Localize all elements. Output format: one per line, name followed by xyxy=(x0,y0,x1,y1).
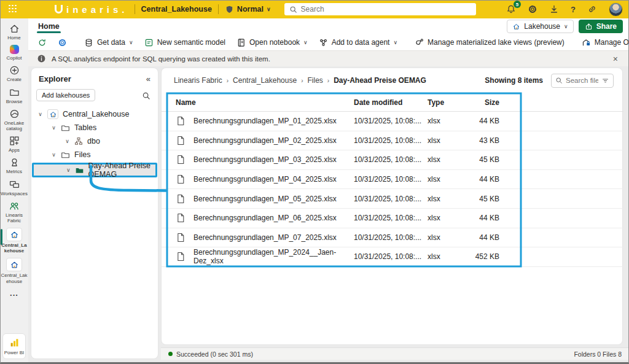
environment-selector[interactable]: Normal ∨ xyxy=(225,5,271,14)
people-icon xyxy=(9,201,20,211)
sidebar-item-browse[interactable]: Browse xyxy=(0,87,28,104)
sidebar-item-onelake-catalog[interactable]: OneLake catalog xyxy=(0,109,28,131)
user-avatar[interactable] xyxy=(609,2,623,17)
get-data-button[interactable]: Get data ∨ xyxy=(80,36,138,49)
manage-lake-views-button[interactable]: Manage materialized lake views (preview) xyxy=(410,36,569,49)
column-header-size[interactable]: Size xyxy=(463,98,499,107)
refresh-button[interactable] xyxy=(33,36,51,49)
file-type: xlsx xyxy=(428,214,463,222)
sidebar-item-copilot[interactable]: Copilot xyxy=(0,45,28,61)
filter-icon[interactable] xyxy=(601,77,609,85)
environment-label: Normal xyxy=(237,5,264,14)
global-search-box[interactable] xyxy=(284,3,476,15)
sidebar-item-apps[interactable]: Apps xyxy=(0,136,28,153)
file-icon xyxy=(176,233,186,242)
selected-indicator xyxy=(1,229,2,245)
file-icon xyxy=(176,213,186,223)
breadcrumb-linearis-fabric[interactable]: Linearis Fabric xyxy=(174,76,222,85)
semantic-model-icon xyxy=(144,38,154,47)
add-to-data-agent-button[interactable]: Add to data agent ∨ xyxy=(314,36,402,49)
table-row[interactable]: Berechnungsgrundlagen_MP_01_2025.xlsx 10… xyxy=(162,112,623,131)
table-row[interactable]: Berechnungsgrundlagen_MP_06_2025.xlsx 10… xyxy=(162,209,623,228)
sidebar-item-linearis-fabric[interactable]: Linearis Fabric xyxy=(0,201,28,223)
onelake-icon xyxy=(9,109,20,119)
lakehouse-icon xyxy=(49,110,57,118)
sidebar-item-central-lakehouse[interactable]: Central_Lakehouse xyxy=(0,228,28,254)
schema-icon xyxy=(74,137,83,145)
file-size: 44 KB xyxy=(463,117,499,125)
tree-node-day-ahead-preise-oemag[interactable]: ∨ Day-Ahead Preise OEMAG xyxy=(32,163,157,177)
breadcrumb-files[interactable]: Files xyxy=(307,76,322,85)
notebook-icon xyxy=(236,38,246,47)
file-type: xlsx xyxy=(428,155,463,164)
left-navigation-rail: Home Copilot Create Browse OneLake catal… xyxy=(0,18,28,364)
file-browser: Linearis Fabric › Central_Lakehouse › Fi… xyxy=(161,68,623,345)
breadcrumb-current: Day-Ahead Preise OEMAG xyxy=(334,76,426,85)
close-icon[interactable]: × xyxy=(611,54,620,64)
sidebar-item-central-lakehouse-2[interactable]: Central_Lakehouse xyxy=(0,258,28,284)
chevron-down-icon: ∨ xyxy=(66,168,71,173)
table-row[interactable]: Berechnungsgrundlagen_MP_03_2025.xlsx 10… xyxy=(162,150,623,170)
divider xyxy=(218,4,219,14)
file-date-modified: 10/31/2025, 10:08:... xyxy=(354,117,428,125)
help-button[interactable]: ? xyxy=(571,5,576,14)
tree-node-root[interactable]: ∨ Central_Lakehouse xyxy=(31,107,158,121)
lakehouse-icon xyxy=(10,260,19,269)
file-name: Berechnungsgrundlagen_MP_04_2025.xlsx xyxy=(193,175,337,184)
file-date-modified: 10/31/2025, 10:08:... xyxy=(354,195,428,203)
tree-node-tables[interactable]: ∨ Tables xyxy=(31,121,158,134)
breadcrumb-central-lakehouse[interactable]: Central_Lakehouse xyxy=(233,76,297,85)
settings-button[interactable] xyxy=(528,4,537,14)
add-lakehouses-button[interactable]: Add lakehouses xyxy=(36,89,95,101)
sidebar-item-home[interactable]: Home xyxy=(0,23,28,41)
search-icon xyxy=(289,6,297,14)
open-notebook-button[interactable]: Open notebook ∨ xyxy=(232,36,312,49)
notifications-button[interactable]: 5 xyxy=(506,4,516,14)
table-row[interactable]: Berechnungsgrundlagen_MP_04_2025.xlsx 10… xyxy=(162,170,623,190)
file-name: Berechnungsgrundlagen_MP_2024__Jaen-Dez_… xyxy=(193,248,354,265)
item-type-dropdown[interactable]: Lakehouse ∨ xyxy=(507,20,573,33)
files-search-box[interactable] xyxy=(551,74,614,88)
collapse-panel-icon[interactable]: « xyxy=(146,74,150,83)
file-type: xlsx xyxy=(428,175,463,184)
chevron-down-icon: ∨ xyxy=(51,152,57,158)
file-name: Berechnungsgrundlagen_MP_01_2025.xlsx xyxy=(193,117,337,125)
file-icon xyxy=(176,252,186,261)
column-header-date-modified[interactable]: Date modified xyxy=(354,98,428,107)
powerbi-icon xyxy=(9,338,20,348)
sidebar-item-workspaces[interactable]: Workspaces xyxy=(0,179,28,196)
feedback-link-button[interactable] xyxy=(587,4,597,14)
app-launcher-icon[interactable] xyxy=(9,5,19,14)
product-switcher-powerbi[interactable]: Power BI xyxy=(2,333,26,359)
table-row[interactable]: Berechnungsgrundlagen_MP_2024__Jaen-Dez_… xyxy=(162,247,623,267)
table-row[interactable]: Berechnungsgrundlagen_MP_07_2025.xlsx 10… xyxy=(162,228,623,248)
downloads-button[interactable] xyxy=(549,4,559,14)
linearis-logo[interactable]: inearis. xyxy=(55,4,128,15)
column-header-name[interactable]: Name xyxy=(176,98,354,107)
materialized-views-icon xyxy=(415,38,424,47)
files-search-input[interactable] xyxy=(566,77,598,84)
new-semantic-model-button[interactable]: New semantic model xyxy=(140,36,230,48)
tree-node-files[interactable]: ∨ Files xyxy=(31,148,158,161)
sidebar-item-create[interactable]: Create xyxy=(0,65,28,82)
breadcrumb-separator: › xyxy=(327,77,329,84)
ribbon-settings-button[interactable] xyxy=(53,36,71,49)
manage-onelake-security-button[interactable]: Manage OneLake security (preview) xyxy=(577,36,629,49)
chevron-down-icon: ∨ xyxy=(64,139,70,144)
home-icon xyxy=(9,23,20,34)
tab-home[interactable]: Home xyxy=(37,20,61,33)
tree-node-dbo[interactable]: ∨ dbo xyxy=(31,134,158,148)
global-search-input[interactable] xyxy=(301,5,471,14)
table-row[interactable]: Berechnungsgrundlagen_MP_05_2025.xlsx 10… xyxy=(162,189,623,209)
copilot-icon xyxy=(10,45,19,54)
file-type: xlsx xyxy=(428,136,463,145)
file-size: 44 KB xyxy=(463,175,499,184)
explorer-search-icon[interactable] xyxy=(142,90,150,101)
sidebar-item-metrics[interactable]: Metrics xyxy=(0,157,28,174)
column-header-type[interactable]: Type xyxy=(428,98,463,107)
share-button[interactable]: Share xyxy=(579,20,623,33)
more-items-button[interactable]: ... xyxy=(10,288,18,298)
table-row[interactable]: Berechnungsgrundlagen_MP_02_2025.xlsx 10… xyxy=(162,131,623,151)
status-bar: Succeeded (0 sec 301 ms) Folders 0 Files… xyxy=(161,347,629,360)
file-icon xyxy=(176,174,186,184)
